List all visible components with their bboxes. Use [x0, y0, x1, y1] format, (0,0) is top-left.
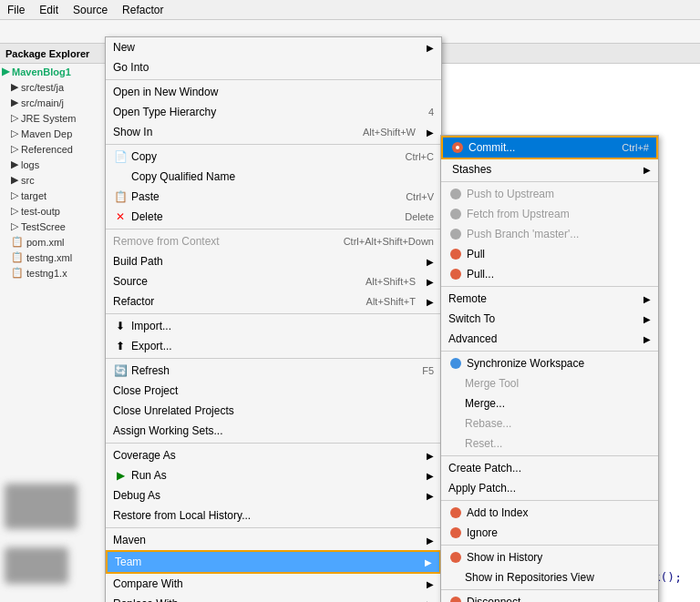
menu-delete[interactable]: ✕ Delete Delete: [106, 207, 441, 227]
add-index-icon: [448, 505, 463, 520]
separator-4: [106, 313, 441, 314]
menu-import[interactable]: ⬇ Import...: [106, 316, 441, 336]
svg-point-1: [456, 146, 459, 149]
menu-run-as[interactable]: ▶ Run As ▶: [106, 465, 441, 485]
tree-item-testng[interactable]: 📋testng.xml: [0, 250, 118, 265]
menu-compare-with[interactable]: Compare With ▶: [106, 574, 441, 594]
menu-new[interactable]: New ▶: [106, 37, 441, 57]
menu-show-in[interactable]: Show In Alt+Shift+W ▶: [106, 122, 441, 142]
tree-item-logs[interactable]: ▶logs: [0, 157, 118, 172]
package-explorer: Package Explorer ▶ MavenBlog1 ▶src/test/…: [0, 44, 118, 602]
menu-pull[interactable]: Pull: [441, 244, 658, 264]
menu-debug-as[interactable]: Debug As ▶: [106, 485, 441, 505]
menu-copy[interactable]: 📄 Copy Ctrl+C: [106, 147, 441, 167]
svg-point-5: [450, 249, 461, 260]
menu-remote[interactable]: Remote ▶: [441, 289, 658, 309]
menu-copy-qualified[interactable]: Copy Qualified Name: [106, 167, 441, 187]
menu-merge[interactable]: Merge...: [441, 393, 658, 413]
separator-r6: [441, 545, 658, 546]
menu-refresh[interactable]: 🔄 Refresh F5: [106, 361, 441, 381]
arrow-icon: ▶: [427, 536, 434, 546]
tree-item-srcmain[interactable]: ▶src/main/j: [0, 95, 118, 110]
menu-push-branch: Push Branch 'master'...: [441, 224, 658, 244]
menu-synchronize[interactable]: Synchronize Workspace: [441, 353, 658, 373]
separator-r7: [441, 589, 658, 590]
arrow-icon: ▶: [427, 471, 434, 481]
menu-export[interactable]: ⬆ Export...: [106, 336, 441, 356]
arrow-icon: ▶: [425, 557, 432, 567]
separator-3: [106, 229, 441, 230]
svg-point-6: [450, 269, 461, 280]
tree-item-jre[interactable]: ▷JRE System: [0, 110, 118, 126]
tree-item-target[interactable]: ▷target: [0, 188, 118, 203]
menu-ignore[interactable]: Ignore: [441, 523, 658, 543]
menu-replace-with[interactable]: Replace With ▶: [106, 594, 441, 602]
menu-paste[interactable]: 📋 Paste Ctrl+V: [106, 187, 441, 207]
menu-commit[interactable]: Commit... Ctrl+#: [443, 138, 656, 158]
menu-pull-dialog[interactable]: Pull...: [441, 264, 658, 284]
menu-stashes[interactable]: Stashes ▶: [441, 159, 658, 179]
menu-open-new-window[interactable]: Open in New Window: [106, 82, 441, 102]
menu-add-index[interactable]: Add to Index: [441, 503, 658, 523]
tree-item-mavenblog[interactable]: ▶ MavenBlog1: [0, 64, 118, 79]
menu-bar: File Edit Source Refactor: [0, 0, 700, 20]
team-item-wrapper: Team ▶: [106, 550, 441, 574]
menu-disconnect[interactable]: Disconnect: [441, 592, 658, 602]
tree-item-testout[interactable]: ▷test-outp: [0, 203, 118, 219]
menu-create-patch[interactable]: Create Patch...: [441, 458, 658, 478]
menu-build-path[interactable]: Build Path ▶: [106, 251, 441, 271]
import-icon: ⬇: [113, 319, 128, 333]
separator-6: [106, 443, 441, 444]
blurred-avatar-1: [5, 484, 77, 529]
menu-advanced[interactable]: Advanced ▶: [441, 329, 658, 349]
tree-item-testng1[interactable]: 📋testng1.x: [0, 265, 118, 281]
arrow-icon: ▶: [427, 599, 434, 603]
menu-source[interactable]: Source: [69, 2, 111, 18]
menu-maven[interactable]: Maven ▶: [106, 530, 441, 550]
menu-show-repos[interactable]: Show in Repositories View: [441, 567, 658, 587]
tree-item-srctest[interactable]: ▶src/test/ja: [0, 79, 118, 95]
export-icon: ⬆: [113, 339, 128, 353]
panel-title: Package Explorer: [0, 44, 118, 64]
menu-push-upstream: Push to Upstream: [441, 184, 658, 204]
push-branch-icon: [448, 227, 463, 241]
menu-refactor[interactable]: Refactor: [118, 2, 167, 18]
menu-rebase: Rebase...: [441, 413, 658, 434]
menu-file[interactable]: File: [4, 2, 28, 18]
separator-r1: [441, 181, 658, 182]
arrow-icon: ▶: [643, 294, 651, 304]
menu-assign-working-sets[interactable]: Assign Working Sets...: [106, 421, 441, 441]
menu-close-project[interactable]: Close Project: [106, 381, 441, 401]
menu-source[interactable]: Source Alt+Shift+S ▶: [106, 271, 441, 291]
copy-icon: 📄: [113, 149, 128, 164]
svg-point-8: [450, 507, 461, 518]
menu-team[interactable]: Team ▶: [108, 552, 439, 572]
menu-coverage-as[interactable]: Coverage As ▶: [106, 445, 441, 465]
menu-show-history[interactable]: Show in History: [441, 547, 658, 567]
sync-icon: [448, 356, 463, 371]
tree-item-pomxml[interactable]: 📋pom.xml: [0, 234, 118, 250]
menu-refactor[interactable]: Refactor Alt+Shift+T ▶: [106, 291, 441, 311]
arrow-icon: ▶: [427, 451, 434, 461]
separator-r4: [441, 455, 658, 456]
arrow-icon: ▶: [427, 43, 434, 53]
ignore-icon: [448, 525, 463, 540]
git-commit-icon: [450, 140, 465, 155]
menu-apply-patch[interactable]: Apply Patch...: [441, 478, 658, 498]
menu-restore-local[interactable]: Restore from Local History...: [106, 505, 441, 525]
run-icon: ▶: [113, 468, 128, 483]
context-menu-right: Commit... Ctrl+# Stashes ▶ Push to Upstr…: [440, 135, 659, 602]
menu-close-unrelated[interactable]: Close Unrelated Projects: [106, 401, 441, 421]
tree-item-testscreen[interactable]: ▷TestScree: [0, 219, 118, 234]
tree-item-src[interactable]: ▶src: [0, 172, 118, 188]
menu-go-into[interactable]: Go Into: [106, 57, 441, 77]
disconnect-icon: [448, 595, 463, 602]
pull-dialog-icon: [448, 267, 463, 281]
arrow-icon: ▶: [643, 314, 651, 324]
menu-open-type-hierarchy[interactable]: Open Type Hierarchy 4: [106, 102, 441, 122]
menu-edit[interactable]: Edit: [36, 2, 62, 18]
tree-item-referenced[interactable]: ▷Referenced: [0, 141, 118, 157]
menu-switch-to[interactable]: Switch To ▶: [441, 309, 658, 329]
tree-item-maven[interactable]: ▷Maven Dep: [0, 126, 118, 141]
fetch-icon: [448, 207, 463, 221]
